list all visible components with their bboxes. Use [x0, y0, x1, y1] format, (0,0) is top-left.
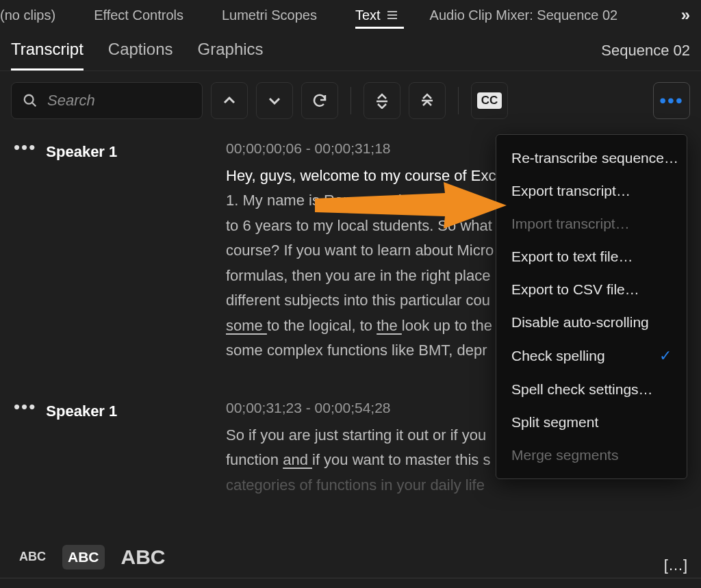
menu-export-text-file[interactable]: Export to text file…: [496, 240, 687, 273]
menu-check-spelling[interactable]: Check spelling✓: [496, 339, 687, 373]
text-size-large[interactable]: ABC: [116, 541, 171, 573]
transcript-toolbar: Search CC •••: [0, 71, 701, 126]
transcript-options-menu: Re-transcribe sequence… Export transcrip…: [496, 134, 687, 479]
svg-point-0: [25, 95, 34, 104]
subtab-transcript[interactable]: Transcript: [11, 40, 84, 71]
chevron-down-icon: [266, 92, 283, 109]
segment-line: some complex functions like BMT, depr: [226, 342, 487, 359]
more-options-button[interactable]: •••: [653, 82, 690, 119]
refresh-button[interactable]: [301, 82, 338, 119]
subtab-captions[interactable]: Captions: [108, 40, 173, 71]
menu-disable-autoscroll[interactable]: Disable auto-scrolling: [496, 306, 687, 339]
segment-line: formulas, then you are in the right plac…: [226, 267, 490, 284]
segment-line: 1. My name is Roman and I teach yo: [226, 192, 471, 209]
tab-effect-controls[interactable]: Effect Controls: [94, 2, 196, 29]
search-input[interactable]: Search: [11, 82, 203, 119]
text-size-small[interactable]: ABC: [14, 546, 51, 568]
chevron-up-icon: [221, 92, 238, 109]
merge-down-button[interactable]: [409, 82, 446, 119]
menu-split-segment[interactable]: Split segment: [496, 406, 687, 439]
panel-tab-bar: (no clips) Effect Controls Lumetri Scope…: [0, 0, 701, 30]
next-result-button[interactable]: [256, 82, 293, 119]
segment-line: to 6 years to my local students. So what: [226, 217, 492, 234]
menu-export-csv-file[interactable]: Export to CSV file…: [496, 273, 687, 306]
menu-merge-segments: Merge segments: [496, 439, 687, 472]
text-size-bar: ABC ABC ABC: [0, 536, 701, 578]
toolbar-divider: [350, 87, 351, 114]
subtab-graphics[interactable]: Graphics: [198, 40, 264, 71]
tab-no-clips[interactable]: (no clips): [0, 2, 68, 29]
segment-word: some: [226, 317, 267, 334]
svg-line-1: [32, 103, 36, 107]
search-icon: [23, 93, 38, 108]
segment-line: So if you are just starting it out or if…: [226, 426, 486, 444]
menu-import-transcript: Import transcript…: [496, 207, 687, 240]
segment-line: course? If you want to learn about Micro: [226, 242, 494, 259]
prev-result-button[interactable]: [211, 82, 248, 119]
tab-audio-clip-mixer[interactable]: Audio Clip Mixer: Sequence 02: [430, 2, 630, 29]
tab-text-label: Text: [355, 8, 381, 23]
text-panel-subtabs: Transcript Captions Graphics Sequence 02: [0, 30, 701, 71]
segment-menu-icon[interactable]: •••: [14, 402, 36, 411]
segment-menu-icon[interactable]: •••: [14, 142, 36, 152]
checkmark-icon: ✓: [659, 347, 672, 365]
segment-line: to the logical, to: [267, 317, 377, 334]
tab-text[interactable]: Text: [355, 2, 404, 29]
cc-button[interactable]: CC: [471, 82, 508, 119]
merge-up-icon: [374, 92, 390, 109]
search-placeholder: Search: [47, 92, 95, 110]
segment-line: function: [226, 451, 283, 468]
text-size-medium[interactable]: ABC: [62, 545, 105, 570]
segment-line: different subjects into this particular …: [226, 292, 490, 309]
tab-lumetri-scopes[interactable]: Lumetri Scopes: [222, 2, 329, 29]
cc-label: CC: [477, 92, 502, 109]
merge-down-icon: [419, 92, 435, 109]
menu-retranscribe[interactable]: Re-transcribe sequence…: [496, 142, 687, 175]
menu-spell-check-settings[interactable]: Spell check settings…: [496, 373, 687, 406]
panel-menu-icon[interactable]: [387, 11, 397, 19]
merge-up-button[interactable]: [364, 82, 400, 119]
segment-line: look up to the: [402, 317, 492, 334]
speaker-label[interactable]: Speaker 1: [46, 140, 117, 165]
refresh-icon: [311, 92, 328, 109]
pause-indicator[interactable]: […]: [664, 557, 687, 574]
segment-line: if you want to master this s: [312, 451, 490, 468]
speaker-label[interactable]: Speaker 1: [46, 399, 117, 424]
overflow-tabs-icon[interactable]: »: [673, 5, 698, 25]
sequence-name: Sequence 02: [601, 42, 690, 69]
segment-line: categories of functions in your daily li…: [226, 476, 485, 494]
segment-line: Hey, guys, welcome to my course of Exc: [226, 167, 496, 184]
toolbar-divider: [458, 87, 459, 114]
segment-word: and: [283, 451, 312, 468]
menu-export-transcript[interactable]: Export transcript…: [496, 175, 687, 207]
segment-word: the: [377, 317, 402, 334]
